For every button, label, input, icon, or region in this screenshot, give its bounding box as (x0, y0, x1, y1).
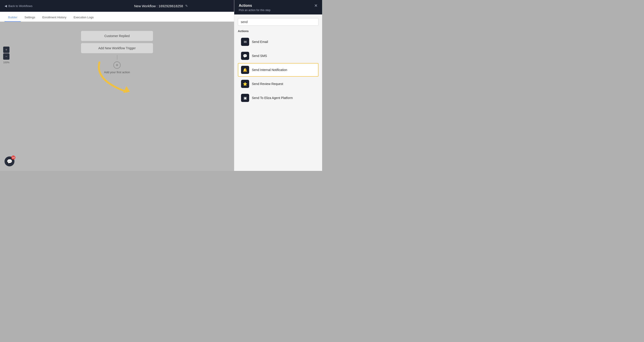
action-item-send-sms[interactable]: 💬 Send SMS (238, 49, 318, 63)
badge-count: 14 (11, 156, 15, 160)
workflow-canvas: + − 100% Customer Replied Add New Workfl… (0, 22, 234, 171)
send-to-eliza-icon: ▣ (241, 94, 249, 102)
actions-section-label: Actions (238, 29, 318, 33)
connector-line (117, 55, 117, 60)
add-action-label: Add your first action (104, 71, 130, 74)
send-review-request-label: Send Review Request (252, 82, 283, 86)
send-internal-notification-label: Send Internal Notification (252, 68, 287, 72)
tab-settings[interactable]: Settings (21, 13, 39, 22)
send-sms-label: Send SMS (252, 54, 267, 58)
workflow-area: Customer Replied Add New Workflow Trigge… (81, 31, 153, 74)
action-item-send-review-request[interactable]: ⭐ Send Review Request (238, 77, 318, 91)
action-item-send-internal-notification[interactable]: 🔔 Send Internal Notification (238, 63, 318, 77)
panel-header: Actions Pick an action for this step ✕ (234, 0, 322, 15)
zoom-level: 100% (3, 61, 10, 64)
action-item-send-to-eliza[interactable]: ▣ Send To Eliza Agent Platform (238, 91, 318, 105)
back-arrow-icon: ◀ (4, 4, 7, 8)
edit-icon[interactable]: ✎ (185, 4, 188, 8)
add-action-area: + Add your first action (104, 62, 130, 74)
send-email-icon: ✉ (241, 38, 249, 46)
send-email-label: Send Email (252, 40, 268, 44)
send-sms-icon: 💬 (241, 52, 249, 60)
send-internal-notification-icon: 🔔 (241, 66, 249, 74)
trigger-block[interactable]: Customer Replied (81, 31, 153, 41)
panel-title: Actions (239, 4, 270, 8)
add-trigger-block[interactable]: Add New Workflow Trigger (81, 43, 153, 53)
trigger-label: Customer Replied (104, 34, 130, 38)
tab-builder[interactable]: Builder (4, 13, 21, 22)
action-list: ✉ Send Email 💬 Send SMS 🔔 Send Internal … (238, 35, 318, 105)
add-action-button[interactable]: + (114, 62, 120, 69)
panel-body: Actions ✉ Send Email 💬 Send SMS 🔔 Send I… (234, 15, 322, 171)
zoom-out-button[interactable]: − (3, 53, 10, 60)
panel-subtitle: Pick an action for this step (239, 9, 270, 12)
action-search-input[interactable] (238, 18, 318, 26)
send-to-eliza-label: Send To Eliza Agent Platform (252, 96, 293, 100)
chat-badge[interactable]: 💬 14 (4, 156, 14, 166)
workflow-title: New Workflow : 1692928618258 ✎ (134, 4, 188, 8)
workflow-title-text: New Workflow : 1692928618258 (134, 4, 183, 8)
send-review-request-icon: ⭐ (241, 80, 249, 88)
tab-execution-logs[interactable]: Execution Logs (70, 13, 97, 22)
svg-marker-0 (123, 86, 130, 93)
chat-badge-icon: 💬 (7, 159, 12, 164)
tab-enrollment-history[interactable]: Enrollment History (39, 13, 70, 22)
back-label: Back to Workflows (8, 4, 32, 8)
add-trigger-label: Add New Workflow Trigger (98, 46, 136, 50)
zoom-in-button[interactable]: + (3, 47, 10, 53)
panel-close-button[interactable]: ✕ (314, 4, 318, 8)
actions-panel: Actions Pick an action for this step ✕ A… (234, 0, 322, 171)
zoom-controls: + − 100% (3, 47, 10, 64)
action-item-send-email[interactable]: ✉ Send Email (238, 35, 318, 49)
back-button[interactable]: ◀ Back to Workflows (4, 4, 32, 8)
